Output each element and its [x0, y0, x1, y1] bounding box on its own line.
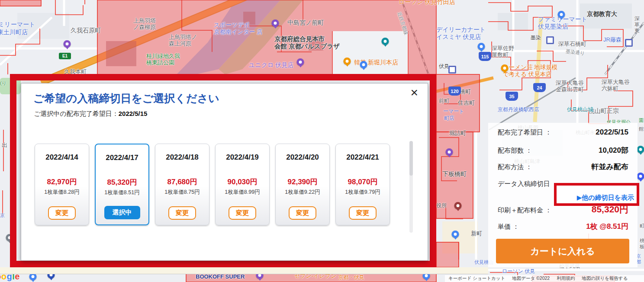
row-label: 単価 ：	[498, 223, 519, 231]
deadline-card[interactable]: 2022/4/21 98,070円 1枚単価9.79円 変更	[335, 144, 390, 225]
map-label: BOOKOFF SUPER	[196, 273, 245, 280]
deadline-cards: 2022/4/14 82,970円 1枚単価8.28円 変更 2022/4/17…	[35, 144, 390, 225]
attrib-report-error-link[interactable]: 地図の誤りを報告する	[582, 276, 628, 282]
map-label: スポーツデポ 京都南インター 店	[214, 22, 263, 35]
deadline-card[interactable]: 2022/4/19 90,030円 1枚単価8.99円 変更	[215, 144, 270, 225]
modal-title: ご希望の入稿締切日をご選択ください	[33, 91, 219, 106]
map-label: 深草石橋町	[558, 41, 586, 47]
parking-pin[interactable]	[637, 173, 644, 180]
map-label: 深草大亀谷 金森出雲町	[556, 80, 584, 93]
card-unit-price: 1枚単価8.51円	[96, 189, 148, 196]
train-station-icon[interactable]	[546, 36, 554, 44]
map-label: 町店	[444, 115, 454, 121]
subtitle-label: ご選択中の配布完了希望日：	[34, 110, 119, 117]
attrib-keyboard-shortcuts[interactable]: キーボード ショートカット	[448, 276, 505, 282]
deadline-card[interactable]: 2022/4/18 87,680円 1枚単価8.75円 変更	[155, 144, 209, 225]
place-pin[interactable]	[6, 234, 13, 241]
change-button[interactable]: 変更	[229, 206, 256, 220]
museum-pin[interactable]	[637, 146, 644, 153]
map-label: ーマート	[443, 108, 464, 114]
unit-price: 1枚 @8.51円	[586, 221, 628, 231]
card-price: 87,680円	[155, 177, 209, 187]
route-shield: E1	[59, 53, 71, 59]
add-to-cart-button[interactable]: カートに入れる	[496, 239, 629, 263]
row-label: 配布部数 ：	[498, 147, 532, 155]
shopping-pin[interactable]	[446, 148, 453, 156]
modal-subtitle: ご選択中の配布完了希望日：2022/5/15	[34, 110, 147, 118]
scrollbar-thumb[interactable]	[409, 141, 413, 176]
row-label: 印刷＋配布料金 ：	[498, 206, 551, 215]
change-button[interactable]: 変更	[48, 206, 76, 220]
close-icon[interactable]: ×	[410, 86, 418, 99]
store-pin[interactable]	[478, 43, 485, 50]
show-other-deadlines-link[interactable]: ▶他の締切日を表示	[577, 194, 634, 202]
row-label: 配布方法 ：	[498, 163, 532, 171]
card-date: 2022/4/18	[155, 153, 209, 162]
map-label: 京都府総合見本市 会館 京都パルスプラザ	[274, 35, 340, 50]
card-price: 82,970円	[35, 177, 89, 187]
map-label: 中島宮ノ前町	[287, 19, 324, 26]
map-label: 下板橋町	[442, 170, 467, 178]
train-station-icon[interactable]	[448, 66, 456, 74]
map-label: 桃山町正宗	[589, 107, 619, 115]
route-shield: 115	[479, 52, 491, 61]
summary-row: 単価 ： 1枚 @8.51円	[498, 221, 628, 231]
route-shield: 120	[448, 87, 461, 96]
map-label: 京都教育大	[587, 10, 617, 18]
restaurant-pin[interactable]	[344, 58, 351, 65]
deadline-link-highlight: ▶他の締切日を表示	[554, 183, 639, 206]
flyer-distribution-app: ミリーマート東土川町店久我石原町上鳥羽塔 ノ森柳原上鳥羽塔ノ 森上河原桂川緑地久…	[0, 0, 644, 282]
map-label: (り	[0, 80, 6, 86]
card-unit-price: 1枚単価9.79円	[336, 189, 390, 196]
attrib-map-data: 地図データ ©2022	[512, 276, 550, 282]
map-label: ローソン 伏見	[502, 268, 535, 274]
train-station-icon[interactable]	[625, 39, 633, 47]
change-button[interactable]: 変更	[168, 206, 196, 220]
store-pin[interactable]	[360, 61, 367, 68]
change-button[interactable]: 変更	[289, 206, 316, 220]
attrib-terms-link[interactable]: 利用規約	[557, 276, 575, 282]
place-pin[interactable]	[454, 202, 462, 209]
card-price: 90,030円	[216, 177, 269, 187]
map-label: 桃	[640, 238, 644, 244]
card-price: 85,320円	[96, 177, 148, 187]
deadline-card[interactable]: 2022/4/14 82,970円 1枚単価8.28円 変更	[35, 144, 89, 225]
store-pin[interactable]	[558, 11, 565, 18]
row-label: データ入稿締切日	[498, 180, 550, 188]
map-label: デイリーカナート イスミヤ 伏見店	[436, 26, 486, 40]
modal-scrollbar[interactable]	[409, 141, 413, 233]
card-unit-price: 1枚単価9.22円	[276, 189, 329, 196]
map-label: 久我本町	[64, 68, 87, 75]
subtitle-date: 2022/5/15	[119, 110, 148, 117]
shopping-pin[interactable]	[297, 58, 304, 66]
summary-row: 配布方法 ： 軒並み配布	[498, 162, 628, 172]
map-label: 伏見桃山城	[567, 106, 593, 112]
change-button[interactable]: 変更	[349, 206, 377, 220]
map-label: 墨染	[531, 35, 541, 41]
restaurant-pin[interactable]	[501, 64, 509, 72]
route-shield: 35	[506, 92, 518, 101]
map-label: ミリーマート	[0, 21, 35, 28]
shopping-pin[interactable]	[64, 40, 71, 48]
card-date: 2022/4/17	[96, 154, 148, 162]
map-label: 京都・伏見	[338, 274, 364, 280]
map-label: ローソン 伏見竹田店	[399, 0, 455, 6]
map-label: 住吉町	[458, 99, 475, 106]
shopping-pin[interactable]	[272, 19, 279, 27]
desired-completion-date: 2022/5/15	[596, 128, 628, 137]
store-pin[interactable]	[452, 231, 459, 238]
map-label: 深草大亀谷 六躰町	[602, 79, 630, 92]
map-attribution: キーボード ショートカット 地図データ ©2022 利用規約 地図の誤りを報告す…	[445, 275, 644, 282]
row-label: 配布完了希望日 ：	[498, 128, 551, 137]
deadline-card-selected[interactable]: 2022/4/17 85,320円 1枚単価8.51円 選択中	[95, 144, 149, 225]
map-label: 出	[2, 142, 7, 148]
page-strip	[0, 267, 488, 274]
deadline-card[interactable]: 2022/4/20 92,390円 1枚単価9.22円 変更	[275, 144, 330, 225]
map-label: 町	[640, 223, 644, 229]
map-label: 伏見	[439, 63, 449, 69]
museum-pin[interactable]	[382, 38, 389, 45]
map-label: 役所	[436, 202, 447, 208]
map-label: 上鳥羽塔ノ 森上河原	[169, 34, 197, 47]
selected-button[interactable]: 選択中	[104, 206, 140, 219]
distribution-method: 軒並み配布	[592, 162, 628, 172]
